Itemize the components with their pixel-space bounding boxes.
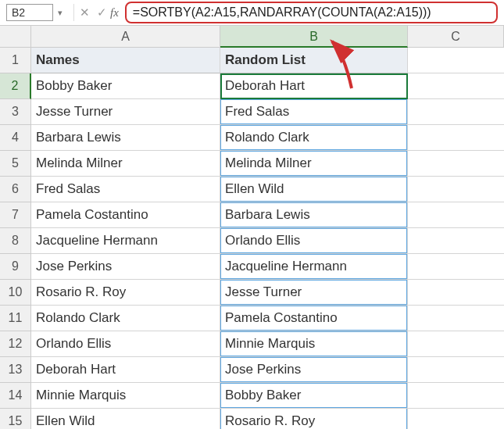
cell-b7[interactable]: Barbara Lewis <box>220 202 408 228</box>
cell-a14[interactable]: Minnie Marquis <box>31 383 220 409</box>
cell-c3[interactable] <box>408 99 504 125</box>
chevron-down-icon[interactable]: ▾ <box>58 8 63 18</box>
row-header[interactable]: 11 <box>0 306 31 331</box>
cell-a13[interactable]: Deborah Hart <box>31 357 220 383</box>
cell-c10[interactable] <box>408 280 504 306</box>
cell-a3[interactable]: Jesse Turner <box>31 99 220 125</box>
cell-b1[interactable]: Random List <box>220 48 408 73</box>
row-header[interactable]: 7 <box>0 202 31 228</box>
row-header[interactable]: 15 <box>0 409 31 429</box>
cell-c14[interactable] <box>408 383 504 409</box>
cell-b3[interactable]: Fred Salas <box>220 99 408 125</box>
cell-b14[interactable]: Bobby Baker <box>220 383 408 409</box>
cell-b5[interactable]: Melinda Milner <box>220 151 408 177</box>
row-header[interactable]: 4 <box>0 125 31 151</box>
cancel-icon[interactable]: ✕ <box>76 5 93 20</box>
column-header-a[interactable]: A <box>31 26 220 48</box>
name-box[interactable]: B2 <box>6 4 53 21</box>
row-header[interactable]: 14 <box>0 383 31 409</box>
cell-c8[interactable] <box>408 228 504 254</box>
cell-c13[interactable] <box>408 357 504 383</box>
column-header-b[interactable]: B <box>220 26 408 48</box>
cell-b13[interactable]: Jose Perkins <box>220 357 408 383</box>
cell-a2[interactable]: Bobby Baker <box>31 73 220 99</box>
cell-a1[interactable]: Names <box>31 48 220 73</box>
cell-a7[interactable]: Pamela Costantino <box>31 202 220 228</box>
cell-a12[interactable]: Orlando Ellis <box>31 331 220 357</box>
cell-a10[interactable]: Rosario R. Roy <box>31 280 220 306</box>
cell-b10[interactable]: Jesse Turner <box>220 280 408 306</box>
cell-a11[interactable]: Rolando Clark <box>31 306 220 331</box>
cell-b6[interactable]: Ellen Wild <box>220 177 408 202</box>
cell-c6[interactable] <box>408 177 504 202</box>
row-header[interactable]: 13 <box>0 357 31 383</box>
row-header[interactable]: 12 <box>0 331 31 357</box>
cell-b15[interactable]: Rosario R. Roy <box>220 409 408 429</box>
cell-b8[interactable]: Orlando Ellis <box>220 228 408 254</box>
cell-c4[interactable] <box>408 125 504 151</box>
row-header[interactable]: 1 <box>0 48 31 73</box>
row-header[interactable]: 6 <box>0 177 31 202</box>
fx-icon[interactable]: fx <box>110 6 119 20</box>
cell-a15[interactable]: Ellen Wild <box>31 409 220 429</box>
row-header[interactable]: 2 <box>0 73 31 99</box>
cell-b12[interactable]: Minnie Marquis <box>220 331 408 357</box>
cell-b9[interactable]: Jacqueline Hermann <box>220 254 408 280</box>
cell-c7[interactable] <box>408 202 504 228</box>
cell-c15[interactable] <box>408 409 504 429</box>
row-header[interactable]: 8 <box>0 228 31 254</box>
select-all-corner[interactable] <box>0 26 31 48</box>
cell-c11[interactable] <box>408 306 504 331</box>
formula-input[interactable]: =SORTBY(A2:A15,RANDARRAY(COUNTA(A2:A15))… <box>125 2 498 23</box>
cell-b4[interactable]: Rolando Clark <box>220 125 408 151</box>
column-header-c[interactable]: C <box>408 26 504 48</box>
separator <box>73 4 74 21</box>
cell-a8[interactable]: Jacqueline Hermann <box>31 228 220 254</box>
row-header[interactable]: 9 <box>0 254 31 280</box>
cell-b2[interactable]: Deborah Hart <box>220 73 408 99</box>
row-header[interactable]: 10 <box>0 280 31 306</box>
cell-b11[interactable]: Pamela Costantino <box>220 306 408 331</box>
formula-bar: B2 ▾ ✕ ✓ fx =SORTBY(A2:A15,RANDARRAY(COU… <box>0 0 504 26</box>
cell-c9[interactable] <box>408 254 504 280</box>
spreadsheet-grid: A B C 1 Names Random List 2 Bobby Baker … <box>0 26 504 429</box>
cell-a4[interactable]: Barbara Lewis <box>31 125 220 151</box>
cell-a5[interactable]: Melinda Milner <box>31 151 220 177</box>
cell-a9[interactable]: Jose Perkins <box>31 254 220 280</box>
cell-c2[interactable] <box>408 73 504 99</box>
cell-a6[interactable]: Fred Salas <box>31 177 220 202</box>
row-header[interactable]: 5 <box>0 151 31 177</box>
cell-c5[interactable] <box>408 151 504 177</box>
enter-icon[interactable]: ✓ <box>93 5 110 20</box>
row-header[interactable]: 3 <box>0 99 31 125</box>
cell-c12[interactable] <box>408 331 504 357</box>
cell-c1[interactable] <box>408 48 504 73</box>
